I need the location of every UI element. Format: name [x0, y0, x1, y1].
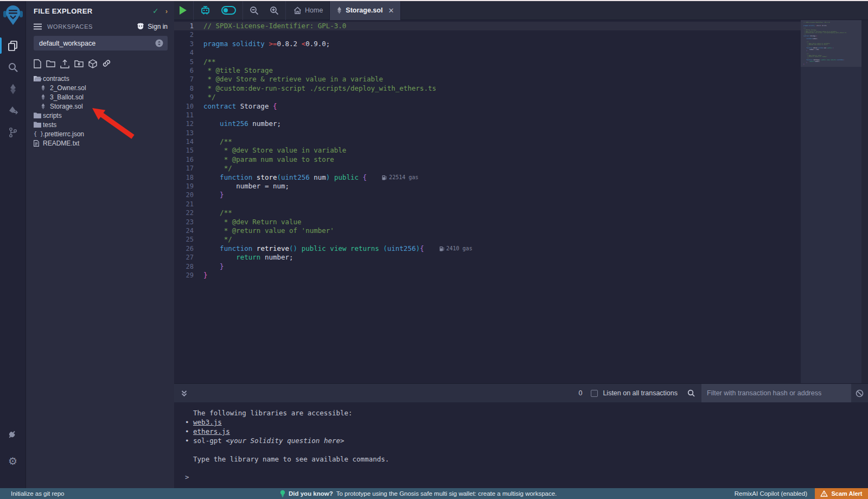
code-text: /** — [203, 209, 232, 217]
tab-storage-sol[interactable]: Storage.sol ✕ — [329, 1, 401, 20]
line-number: 4 — [174, 48, 203, 57]
code-line-5[interactable]: 5/** — [174, 58, 868, 66]
upload-folder-icon[interactable] — [74, 59, 84, 68]
zoom-in-icon[interactable] — [264, 1, 284, 20]
file-tree-item-tests[interactable]: tests — [26, 120, 174, 129]
close-tab-icon[interactable]: ✕ — [388, 7, 394, 15]
terminal-search-icon[interactable] — [687, 389, 695, 397]
code-line-3[interactable]: 3pragma solidity >=0.8.2 <0.9.0; — [174, 40, 868, 48]
code-line-2[interactable]: 2 — [174, 30, 868, 39]
tab-home[interactable]: Home — [287, 1, 329, 20]
code-line-25[interactable]: 25 */ — [174, 235, 868, 244]
code-text: } — [203, 191, 224, 199]
expand-terminal-icon[interactable] — [181, 390, 188, 397]
code-line-26[interactable]: 26 function retrieve() public view retur… — [174, 244, 868, 253]
code-text: pragma solidity >=0.8.2 <0.9.0; — [803, 26, 827, 27]
search-icon[interactable] — [0, 56, 26, 78]
code-line-12[interactable]: 12 uint256 number; — [174, 119, 868, 128]
file-label: .prettierrc.json — [43, 130, 84, 138]
new-file-icon[interactable] — [34, 59, 41, 68]
remixai-assistant-button[interactable] — [195, 1, 216, 20]
file-tree-item-contracts[interactable]: contracts — [26, 74, 174, 83]
file-tree-item-storage.sol[interactable]: Storage.sol — [26, 102, 174, 111]
line-number: 29 — [174, 271, 203, 280]
remixai-toggle[interactable] — [216, 1, 241, 20]
new-folder-icon[interactable] — [46, 59, 55, 68]
editor-scrollbar-track[interactable] — [861, 20, 868, 383]
zoom-out-icon[interactable] — [244, 1, 264, 20]
terminal-link-ethers.js[interactable]: ethers.js — [193, 427, 230, 435]
run-script-button[interactable] — [174, 1, 192, 20]
code-line-8[interactable]: 8 * @custom:dev-run-script ./scripts/dep… — [174, 84, 868, 93]
upload-file-icon[interactable] — [60, 59, 69, 68]
scam-alert-button[interactable]: Scam Alert — [815, 488, 868, 499]
code-line-22[interactable]: 22 /** — [174, 209, 868, 217]
code-line-18[interactable]: 18 function store(uint256 num) public {2… — [174, 173, 868, 182]
code-line-19[interactable]: 19 number = num; — [174, 182, 868, 191]
code-lines: 1// SPDX-License-Identifier: GPL-3.023pr… — [174, 20, 868, 280]
code-line-9[interactable]: 9 */ — [174, 93, 868, 102]
file-explorer-icon[interactable] — [0, 35, 26, 56]
code-line-16[interactable]: 16 * @param num value to store — [174, 155, 868, 164]
code-line-7[interactable]: 7 * @dev Store & retrieve value in a var… — [174, 75, 868, 84]
code-line-27[interactable]: 27 return number; — [174, 253, 868, 262]
code-text: */ — [203, 93, 216, 102]
clear-console-icon[interactable] — [851, 389, 868, 397]
line-number: 20 — [174, 191, 203, 199]
minimap[interactable]: // SPDX-License-Identifier: GPL-3.0pragm… — [801, 20, 861, 383]
transaction-filter-input[interactable] — [701, 384, 851, 403]
checkmark-icon[interactable]: ✓ — [152, 7, 159, 15]
code-line-28[interactable]: 28 } — [174, 262, 868, 271]
active-indicator — [0, 37, 2, 54]
code-line-17[interactable]: 17 */ — [174, 164, 868, 173]
file-tree-item-.prettierrc.json[interactable]: { }.prettierrc.json — [26, 129, 174, 138]
line-number: 27 — [174, 253, 203, 262]
listen-transactions-checkbox[interactable] — [591, 390, 598, 397]
code-text: * @title Storage — [203, 66, 273, 75]
code-line-15[interactable]: 15 * @dev Store value in variable — [174, 146, 868, 155]
terminal-link-web3.js[interactable]: web3.js — [193, 418, 222, 426]
init-git-repo-button[interactable]: Initialize as git repo — [11, 490, 64, 497]
workspace-select[interactable]: default_workspace — [34, 36, 168, 50]
link-icon[interactable] — [102, 59, 111, 68]
file-tree-item-readme.txt[interactable]: README.txt — [26, 138, 174, 148]
code-line-1[interactable]: 1// SPDX-License-Identifier: GPL-3.0 — [174, 22, 868, 30]
terminal-output[interactable]: The following libraries are accessible:•… — [174, 402, 868, 488]
publish-workspace-icon[interactable] — [88, 59, 97, 68]
code-line-20[interactable]: 20 } — [174, 191, 868, 199]
code-line-24[interactable]: 24 * @return value of 'number' — [174, 226, 868, 235]
line-number: 26 — [174, 244, 203, 253]
plugin-manager-icon[interactable] — [0, 424, 26, 446]
line-number: 9 — [174, 93, 203, 102]
code-editor[interactable]: 1// SPDX-License-Identifier: GPL-3.023pr… — [174, 20, 868, 383]
status-bar: Initialize as git repo Did you know? To … — [0, 488, 868, 499]
code-text: * @param num value to store — [203, 155, 334, 164]
remix-logo-icon[interactable] — [3, 4, 23, 27]
terminal-prompt[interactable]: > — [185, 472, 189, 482]
code-line-13[interactable]: 13 — [174, 129, 868, 137]
file-tree-item-scripts[interactable]: scripts — [26, 111, 174, 120]
hamburger-menu-icon[interactable] — [34, 23, 42, 30]
terminal-lines: The following libraries are accessible:•… — [185, 408, 868, 464]
json-icon: { } — [34, 131, 43, 137]
code-line-10[interactable]: 10contract Storage { — [174, 102, 868, 111]
file-tree-item-2_owner.sol[interactable]: 2_Owner.sol — [26, 83, 174, 92]
code-line-6[interactable]: 6 * @title Storage — [174, 66, 868, 75]
sign-in-button[interactable]: Sign in — [136, 23, 168, 30]
code-line-14[interactable]: 14 /** — [174, 137, 868, 146]
chevron-right-icon[interactable]: › — [165, 7, 168, 15]
solidity-compiler-icon[interactable] — [0, 78, 26, 100]
code-line-23[interactable]: 23 * @dev Return value — [174, 218, 868, 226]
code-text: * @dev Store & retrieve value in a varia… — [203, 75, 383, 84]
code-line-21[interactable]: 21 — [174, 200, 868, 209]
copilot-status[interactable]: RemixAI Copilot (enabled) — [735, 488, 807, 499]
play-icon — [180, 6, 187, 15]
file-tree-item-3_ballot.sol[interactable]: 3_Ballot.sol — [26, 92, 174, 102]
code-line-29[interactable]: 29} — [174, 271, 868, 280]
code-line-11[interactable]: 11 — [174, 111, 868, 119]
workspaces-row: WORKSPACES Sign in — [26, 17, 174, 31]
settings-gear-icon[interactable]: ⚙ — [0, 450, 26, 472]
code-line-4[interactable]: 4 — [174, 48, 868, 57]
deploy-and-run-icon[interactable] — [0, 100, 26, 122]
git-icon[interactable] — [0, 122, 26, 143]
